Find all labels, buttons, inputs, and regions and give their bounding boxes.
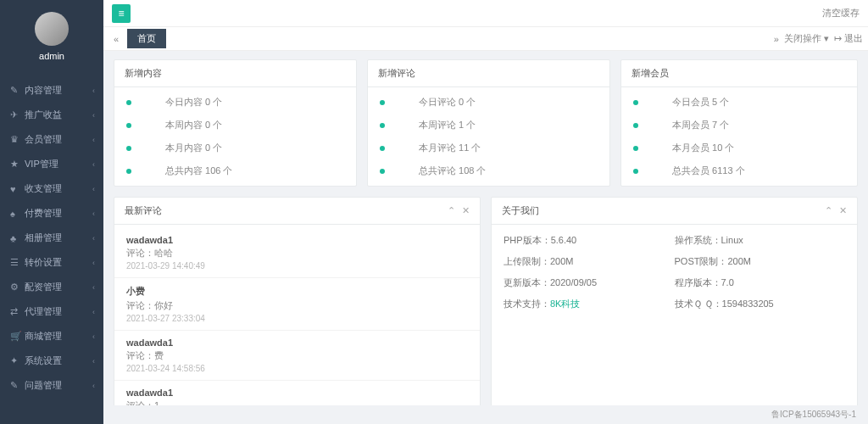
card-title: 关于我们 [502, 204, 539, 217]
card-new-comments: 新增评论 今日评论 0 个本周评论 1 个本月评论 11 个总共评论 108 个 [367, 59, 610, 187]
sidebar-item-8[interactable]: ⚙配资管理‹ [0, 275, 103, 299]
user-block: admin [0, 0, 103, 68]
dot-icon [126, 100, 131, 105]
chevron-left-icon: ‹ [92, 136, 95, 144]
stat-label: 本周内容 0 个 [165, 119, 222, 131]
about-value: 7.0 [721, 277, 734, 287]
about-value: 8K科技 [550, 298, 580, 309]
nav-icon: 🛒 [10, 331, 20, 342]
stat-row: 本月内容 0 个 [114, 137, 356, 159]
tab-scroll-left-icon[interactable]: « [108, 34, 124, 44]
sidebar-item-12[interactable]: ✎问题管理‹ [0, 373, 103, 398]
card-title: 最新评论 [125, 204, 162, 217]
close-icon[interactable]: ✕ [839, 205, 847, 216]
chevron-left-icon: ‹ [92, 382, 95, 390]
nav-icon: ♛ [10, 134, 20, 145]
sidebar-item-5[interactable]: ♠付费管理‹ [0, 201, 103, 226]
about-value: 1594833205 [722, 298, 774, 309]
dot-icon [633, 100, 638, 105]
card-title: 新增评论 [378, 67, 415, 80]
stat-row: 本月会员 10 个 [621, 137, 857, 159]
sidebar-item-7[interactable]: ☰转价设置‹ [0, 250, 103, 275]
avatar[interactable] [35, 12, 69, 46]
stat-row: 总共评论 108 个 [368, 159, 609, 182]
username: admin [0, 51, 103, 61]
sidebar-item-3[interactable]: ★VIP管理‹ [0, 152, 103, 176]
card-new-content: 新增内容 今日内容 0 个本周内容 0 个本月内容 0 个总共内容 106 个 [114, 59, 357, 187]
comment-item: wadawda1评论：哈哈2021-03-29 14:40:49 [114, 228, 480, 278]
about-key: 操作系统： [675, 235, 721, 245]
comment-author: 小费 [126, 285, 468, 298]
icp-text: 鲁ICP备15065943号-1 [771, 410, 856, 419]
nav-label: 推广收益 [25, 109, 62, 121]
stat-label: 今日评论 0 个 [419, 96, 476, 109]
close-icon[interactable]: ✕ [462, 205, 470, 216]
chevron-left-icon: ‹ [92, 308, 95, 316]
stat-label: 今日会员 5 个 [672, 96, 729, 109]
comment-time: 2021-03-27 23:33:04 [126, 314, 468, 323]
nav-icon: ★ [10, 159, 20, 170]
tabbar: « 首页 » 关闭操作 ▾ ↦ 退出 [103, 27, 868, 51]
stat-row: 今日会员 5 个 [621, 91, 857, 114]
about-key: 更新版本： [504, 277, 550, 287]
about-link[interactable]: 8K科技 [550, 298, 580, 309]
clear-cache-button[interactable]: 清空缓存 [822, 7, 860, 20]
stat-row: 今日内容 0 个 [114, 91, 356, 114]
sidebar-item-6[interactable]: ♣相册管理‹ [0, 226, 103, 250]
tab-scroll-right-icon[interactable]: » [774, 34, 779, 44]
close-ops-dropdown[interactable]: 关闭操作 ▾ [784, 32, 829, 45]
main: ≡ 清空缓存 « 首页 » 关闭操作 ▾ ↦ 退出 新增内容 今日内容 0 个本… [103, 0, 868, 424]
card-title: 新增会员 [632, 67, 669, 80]
comment-author: wadawda1 [126, 235, 468, 245]
nav-label: 转价设置 [25, 256, 62, 269]
logout-button[interactable]: ↦ 退出 [834, 32, 863, 45]
comment-item: wadawda1评论：12021-03-16 20:08:22 [114, 381, 480, 405]
chevron-left-icon: ‹ [92, 209, 95, 218]
nav-label: 商城管理 [25, 330, 62, 343]
chevron-left-icon: ‹ [92, 234, 95, 243]
stat-label: 总共评论 108 个 [419, 165, 486, 177]
nav-label: 问题管理 [25, 379, 62, 392]
stat-row: 总共内容 106 个 [114, 159, 356, 182]
nav-icon: ✎ [10, 85, 20, 96]
nav-icon: ⚙ [10, 282, 20, 293]
stat-label: 本月会员 10 个 [672, 142, 734, 154]
about-key: 技术Ｑ Ｑ： [675, 298, 722, 309]
collapse-icon[interactable]: ⌃ [825, 205, 832, 216]
sidebar-item-10[interactable]: 🛒商城管理‹ [0, 324, 103, 349]
dot-icon [380, 100, 385, 105]
sidebar-item-1[interactable]: ✈推广收益‹ [0, 103, 103, 127]
sidebar-item-11[interactable]: ✦系统设置‹ [0, 349, 103, 373]
about-key: POST限制： [675, 256, 728, 266]
sidebar-item-9[interactable]: ⇄代理管理‹ [0, 299, 103, 324]
chevron-left-icon: ‹ [92, 283, 95, 292]
nav-icon: ♠ [10, 209, 20, 219]
comment-time: 2021-03-24 14:58:56 [126, 364, 468, 373]
dot-icon [126, 123, 131, 128]
about-item: 更新版本：2020/09/05 [504, 272, 675, 293]
sidebar-item-2[interactable]: ♛会员管理‹ [0, 127, 103, 152]
about-item: PHP版本：5.6.40 [504, 230, 675, 251]
dot-icon [380, 146, 385, 151]
nav-label: 相册管理 [25, 232, 62, 244]
tab-home[interactable]: 首页 [127, 29, 166, 48]
nav-label: 会员管理 [25, 133, 62, 146]
nav-label: 内容管理 [25, 84, 62, 97]
stat-label: 总共会员 6113 个 [672, 165, 745, 177]
about-item: POST限制：200M [675, 251, 846, 272]
comment-text: 评论：你好 [126, 299, 468, 312]
collapse-icon[interactable]: ⌃ [448, 205, 455, 216]
nav-icon: ✦ [10, 355, 20, 366]
sidebar-item-0[interactable]: ✎内容管理‹ [0, 78, 103, 103]
stat-row: 本周内容 0 个 [114, 114, 356, 137]
nav-label: VIP管理 [25, 158, 58, 170]
card-recent-comments: 最新评论 ⌃ ✕ wadawda1评论：哈哈2021-03-29 14:40:4… [114, 197, 481, 405]
sidebar-item-4[interactable]: ♥收支管理‹ [0, 176, 103, 201]
nav-label: 系统设置 [25, 354, 62, 367]
hamburger-button[interactable]: ≡ [112, 4, 131, 23]
card-about: 关于我们 ⌃ ✕ PHP版本：5.6.40操作系统：Linux上传限制：200M… [491, 197, 858, 405]
about-item: 技术Ｑ Ｑ：1594833205 [675, 293, 846, 315]
nav-icon: ♥ [10, 184, 20, 194]
about-value: 200M [550, 256, 574, 266]
nav-label: 付费管理 [25, 207, 62, 220]
